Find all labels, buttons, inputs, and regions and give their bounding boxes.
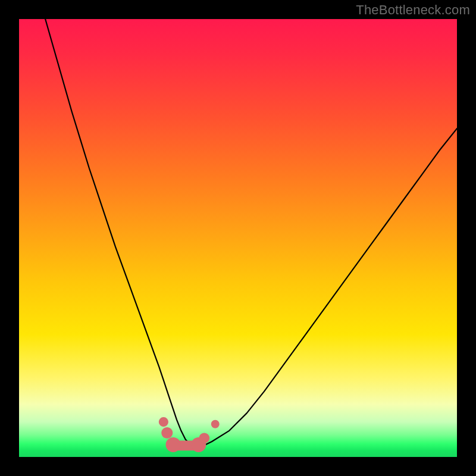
- right-bead-1: [199, 433, 209, 444]
- plot-area: [19, 19, 457, 457]
- left-bead-1: [159, 417, 168, 427]
- chart-svg-layer: [19, 19, 457, 457]
- left-bead-2: [161, 427, 173, 439]
- bottleneck-curve: [45, 19, 457, 446]
- right-bead-2: [211, 420, 220, 428]
- watermark-text: TheBottleneck.com: [356, 2, 470, 18]
- left-lobe: [166, 437, 181, 452]
- chart-frame: TheBottleneck.com: [0, 0, 476, 476]
- curve-markers: [159, 417, 220, 452]
